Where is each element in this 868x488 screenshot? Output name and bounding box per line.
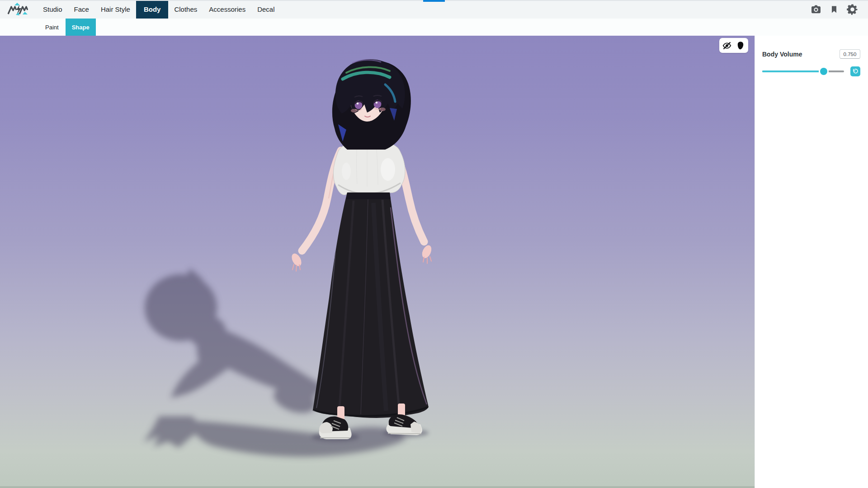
slider-thumb[interactable] xyxy=(820,68,827,75)
nav-item-face[interactable]: Face xyxy=(68,0,95,19)
slider-fill xyxy=(762,70,824,72)
gear-icon[interactable] xyxy=(846,3,859,15)
shape-settings-panel: Body Volume 0.750 xyxy=(755,36,868,488)
body-volume-label: Body Volume xyxy=(762,51,802,58)
character-viewport[interactable] xyxy=(0,36,755,488)
loading-progress-bar xyxy=(423,0,445,2)
head-silhouette-icon[interactable] xyxy=(735,40,746,51)
header-icon-group xyxy=(810,3,868,15)
nav-item-accessories[interactable]: Accessories xyxy=(203,0,251,19)
reset-button[interactable] xyxy=(850,66,860,76)
bookmark-icon[interactable] xyxy=(830,4,839,15)
nav-item-hair-style[interactable]: Hair Style xyxy=(95,0,136,19)
tab-shape[interactable]: Shape xyxy=(66,19,96,36)
top-navigation-bar: Studio Face Hair Style Body Clothes Acce… xyxy=(0,0,868,19)
main-menu: Studio Face Hair Style Body Clothes Acce… xyxy=(37,0,281,19)
viewport-toolbar xyxy=(719,38,748,53)
nav-item-decal[interactable]: Decal xyxy=(251,0,280,19)
body-sub-tabs: Paint Shape xyxy=(0,19,868,36)
body-volume-value-input[interactable]: 0.750 xyxy=(840,49,860,59)
body-volume-slider[interactable] xyxy=(762,68,844,75)
app-logo xyxy=(7,2,28,17)
visibility-off-icon[interactable] xyxy=(722,40,732,51)
camera-icon[interactable] xyxy=(810,4,822,15)
character-model xyxy=(0,36,755,488)
nav-item-body[interactable]: Body xyxy=(136,0,169,19)
nav-item-clothes[interactable]: Clothes xyxy=(168,0,203,19)
tab-paint[interactable]: Paint xyxy=(38,19,66,36)
reset-icon xyxy=(852,68,859,75)
nav-item-studio[interactable]: Studio xyxy=(37,0,68,19)
